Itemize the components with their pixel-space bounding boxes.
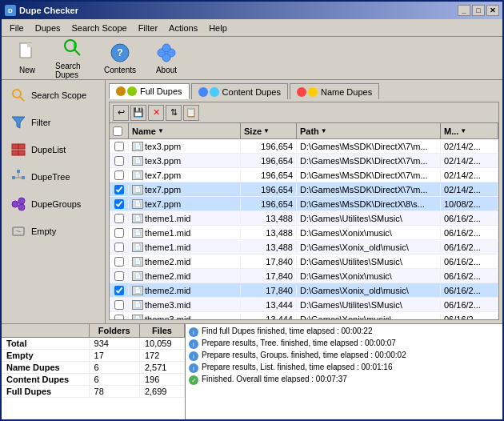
table-row[interactable]: 📄 tex3.ppm 196,654 D:\Games\MsSDK\Direct… <box>110 139 498 154</box>
new-button[interactable]: New <box>6 39 48 77</box>
filter-icon <box>10 114 26 130</box>
file-icon: 📄 <box>132 214 143 223</box>
table-row[interactable]: 📄 theme1.mid 13,488 D:\Games\Xonix\music… <box>110 226 498 240</box>
row-name-cell: 📄 tex3.ppm <box>129 141 241 152</box>
sidebar-item-empty[interactable]: Empty <box>3 219 103 244</box>
select-all-checkbox[interactable] <box>113 126 122 136</box>
tab-full-dupes-icon-right <box>127 86 137 96</box>
row-checkbox[interactable] <box>114 228 124 238</box>
minimize-button[interactable]: _ <box>458 5 470 16</box>
th-path[interactable]: Path ▼ <box>297 123 441 138</box>
search-dupes-button[interactable]: Search Dupes <box>53 35 94 82</box>
menu-actions[interactable]: Actions <box>164 22 202 34</box>
row-checkbox[interactable] <box>114 185 124 194</box>
table-row[interactable]: 📄 theme1.mid 13,488 D:\Games\Utilites\SM… <box>110 211 498 226</box>
table-row[interactable]: 📄 theme2.mid 17,840 D:\Games\Xonix_old\m… <box>110 283 498 298</box>
row-checkbox-cell[interactable] <box>110 199 129 209</box>
row-path: D:\Games\Utilites\SMusic\ <box>300 257 402 267</box>
row-checkbox[interactable] <box>114 300 124 310</box>
table-delete-button[interactable]: ✕ <box>148 105 164 121</box>
table-row[interactable]: 📄 theme2.mid 17,840 D:\Games\Xonix\music… <box>110 269 498 283</box>
table-row[interactable]: 📄 tex7.ppm 196,654 D:\Games\MsSDK\Direct… <box>110 197 498 211</box>
log-entry: i Find full Dupes finished, time elapsed… <box>187 326 501 338</box>
row-size: 13,444 <box>266 300 293 310</box>
row-checkbox[interactable] <box>114 315 124 320</box>
table-copy-button[interactable]: 📋 <box>183 105 199 121</box>
row-checkbox[interactable] <box>114 243 124 252</box>
th-path-sort: ▼ <box>321 127 327 134</box>
table-undo-button[interactable]: ↩ <box>113 105 129 121</box>
log-entry: i Prepare results, List. finished, time … <box>187 362 501 374</box>
row-checkbox-cell[interactable] <box>110 257 129 267</box>
table-row[interactable]: 📄 tex7.ppm 196,654 D:\Games\MsSDK\Direct… <box>110 168 498 182</box>
sidebar-item-dupetree[interactable]: DupeTree <box>3 164 103 190</box>
row-path-cell: D:\Games\Xonix_old\music\ <box>297 242 441 253</box>
th-mod[interactable]: M... ▼ <box>441 123 498 138</box>
th-name-label: Name <box>132 126 156 136</box>
close-button[interactable]: ✕ <box>486 5 499 16</box>
table-row[interactable]: 📄 tex3.ppm 196,654 D:\Games\MsSDK\Direct… <box>110 154 498 168</box>
sidebar-item-dupegroups[interactable]: DupeGroups <box>3 191 103 217</box>
svg-rect-18 <box>18 150 25 155</box>
table-sort-button[interactable]: ⇅ <box>166 105 182 121</box>
row-mod: 06/16/2... <box>444 271 481 281</box>
row-checkbox-cell[interactable] <box>110 228 129 238</box>
svg-point-26 <box>18 204 25 210</box>
table-row[interactable]: 📄 theme1.mid 13,488 D:\Games\Xonix_old\m… <box>110 240 498 255</box>
sidebar-item-filter[interactable]: Filter <box>3 110 103 135</box>
row-checkbox[interactable] <box>114 142 124 151</box>
menu-filter[interactable]: Filter <box>134 22 162 34</box>
row-size-cell: 13,488 <box>241 227 297 239</box>
table-row[interactable]: 📄 theme2.mid 17,840 D:\Games\Utilites\SM… <box>110 255 498 269</box>
table-row[interactable]: 📄 theme3.mid 13,444 D:\Games\Xonix\music… <box>110 312 498 319</box>
row-path-cell: D:\Games\MsSDK\DirectX\7\m... <box>297 141 441 152</box>
row-checkbox-cell[interactable] <box>110 300 129 310</box>
about-button[interactable]: About <box>146 39 187 77</box>
log-text: Find full Dupes finished, time elapsed :… <box>202 327 499 335</box>
row-checkbox-cell[interactable] <box>110 214 129 223</box>
table-row[interactable]: 📄 theme3.mid 13,444 D:\Games\Utilites\SM… <box>110 298 498 312</box>
th-size[interactable]: Size ▼ <box>241 123 297 138</box>
row-checkbox-cell[interactable] <box>110 170 129 180</box>
table-row[interactable]: 📄 tex7.ppm 196,654 D:\Games\MsSDK\Direct… <box>110 182 498 197</box>
contents-button[interactable]: ? Contents <box>99 39 141 77</box>
stats-files: 10,059 <box>139 338 184 350</box>
row-checkbox[interactable] <box>114 286 124 295</box>
row-checkbox[interactable] <box>114 199 124 209</box>
stats-row: Total 934 10,059 <box>2 338 185 350</box>
tab-full-dupes[interactable]: Full Dupes <box>109 83 190 99</box>
tab-name-dupes[interactable]: Name Dupes <box>290 83 379 99</box>
row-checkbox-cell[interactable] <box>110 156 129 166</box>
menu-search-scope[interactable]: Search Scope <box>67 22 132 34</box>
row-checkbox[interactable] <box>114 156 124 166</box>
sidebar-item-dupelist[interactable]: DupeList <box>3 137 103 162</box>
row-checkbox-cell[interactable] <box>110 243 129 252</box>
row-size-cell: 196,654 <box>241 141 297 152</box>
th-name[interactable]: Name ▼ <box>129 123 241 138</box>
stats-label: Full Dupes <box>2 386 89 398</box>
row-checkbox-cell[interactable] <box>110 271 129 281</box>
menu-file[interactable]: File <box>5 22 29 34</box>
menu-help[interactable]: Help <box>204 22 232 34</box>
row-checkbox-cell[interactable] <box>110 315 129 320</box>
row-name: theme3.mid <box>145 315 190 320</box>
menu-dupes[interactable]: Dupes <box>30 22 66 34</box>
row-checkbox-cell[interactable] <box>110 286 129 295</box>
row-checkbox[interactable] <box>114 271 124 281</box>
maximize-button[interactable]: □ <box>472 5 485 16</box>
row-checkbox[interactable] <box>114 214 124 223</box>
row-checkbox-cell[interactable] <box>110 185 129 194</box>
sidebar-item-search-scope[interactable]: Search Scope <box>3 82 103 108</box>
table-save-button[interactable]: 💾 <box>130 105 146 121</box>
row-path: D:\Games\Utilites\SMusic\ <box>300 300 402 310</box>
tab-content-dupes[interactable]: Content Dupes <box>191 83 288 99</box>
tab-full-dupes-label: Full Dupes <box>140 86 182 96</box>
row-name-cell: 📄 tex7.ppm <box>129 184 241 195</box>
file-icon: 📄 <box>132 156 143 166</box>
row-checkbox[interactable] <box>114 257 124 267</box>
row-checkbox[interactable] <box>114 170 124 180</box>
row-size-cell: 17,840 <box>241 256 297 267</box>
row-size: 13,488 <box>266 214 293 223</box>
row-size-cell: 13,444 <box>241 299 297 311</box>
row-checkbox-cell[interactable] <box>110 142 129 151</box>
